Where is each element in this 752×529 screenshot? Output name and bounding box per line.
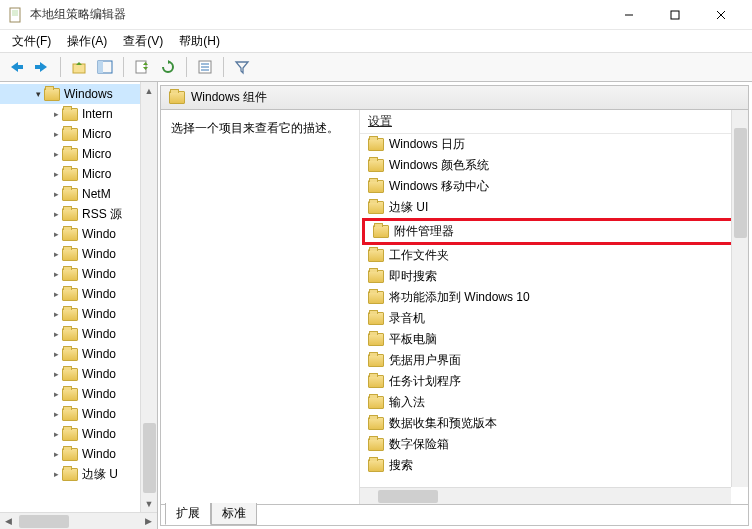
minimize-button[interactable] (606, 0, 652, 30)
settings-item[interactable]: 边缘 UI (360, 197, 748, 218)
settings-item[interactable]: 附件管理器 (369, 221, 741, 242)
folder-icon (368, 159, 384, 172)
settings-item[interactable]: 搜索 (360, 455, 748, 476)
folder-icon (368, 180, 384, 193)
folder-icon (373, 225, 389, 238)
tab-extended[interactable]: 扩展 (165, 503, 211, 525)
folder-icon (62, 268, 78, 281)
highlighted-item: 附件管理器 (362, 218, 744, 245)
refresh-button[interactable] (156, 56, 180, 78)
tree-item[interactable]: ▸Windo (0, 344, 157, 364)
tree-item[interactable]: ▸Windo (0, 384, 157, 404)
tree-item[interactable]: ▸Windo (0, 404, 157, 424)
tree-item[interactable]: ▸Intern (0, 104, 157, 124)
settings-horizontal-scrollbar[interactable] (360, 487, 731, 504)
svg-rect-10 (73, 64, 85, 73)
close-button[interactable] (698, 0, 744, 30)
settings-vertical-scrollbar[interactable] (731, 110, 748, 487)
settings-item[interactable]: 录音机 (360, 308, 748, 329)
title-bar: 本地组策略编辑器 (0, 0, 752, 30)
folder-icon (62, 328, 78, 341)
tab-standard[interactable]: 标准 (211, 503, 257, 525)
folder-icon (62, 388, 78, 401)
folder-icon (368, 459, 384, 472)
app-icon (8, 7, 24, 23)
tree-item[interactable]: ▸Micro (0, 124, 157, 144)
menu-bar: 文件(F) 操作(A) 查看(V) 帮助(H) (0, 30, 752, 52)
tree-item[interactable]: ▸Windo (0, 284, 157, 304)
settings-item[interactable]: 数据收集和预览版本 (360, 413, 748, 434)
tree-item[interactable]: ▸Micro (0, 164, 157, 184)
folder-icon (62, 248, 78, 261)
tree-vertical-scrollbar[interactable]: ▲ ▼ (140, 82, 157, 512)
tree-horizontal-scrollbar[interactable]: ◀ ▶ (0, 512, 157, 529)
folder-icon (62, 448, 78, 461)
folder-icon (368, 312, 384, 325)
forward-button[interactable] (30, 56, 54, 78)
settings-column-header[interactable]: 设置 (360, 110, 748, 134)
properties-button[interactable] (193, 56, 217, 78)
svg-rect-12 (98, 61, 103, 73)
tree-item[interactable]: ▸Windo (0, 244, 157, 264)
menu-view[interactable]: 查看(V) (115, 31, 171, 52)
settings-item[interactable]: 将功能添加到 Windows 10 (360, 287, 748, 308)
folder-icon (62, 288, 78, 301)
svg-rect-8 (17, 65, 23, 69)
menu-help[interactable]: 帮助(H) (171, 31, 228, 52)
folder-icon (368, 396, 384, 409)
tree-item[interactable]: ▸Windo (0, 304, 157, 324)
tree-item[interactable]: ▸Windo (0, 264, 157, 284)
description-column: 选择一个项目来查看它的描述。 (161, 110, 359, 504)
tree-item[interactable]: ▸Windo (0, 424, 157, 444)
menu-file[interactable]: 文件(F) (4, 31, 59, 52)
folder-icon (368, 333, 384, 346)
folder-icon (368, 201, 384, 214)
svg-rect-5 (671, 11, 679, 19)
settings-item[interactable]: 凭据用户界面 (360, 350, 748, 371)
show-hide-tree-button[interactable] (93, 56, 117, 78)
folder-icon (62, 308, 78, 321)
maximize-button[interactable] (652, 0, 698, 30)
content-header-title: Windows 组件 (191, 89, 267, 106)
folder-icon (169, 91, 185, 104)
tree-root[interactable]: ▾Windows (0, 84, 157, 104)
settings-item[interactable]: 平板电脑 (360, 329, 748, 350)
folder-icon (62, 128, 78, 141)
folder-icon (368, 375, 384, 388)
menu-action[interactable]: 操作(A) (59, 31, 115, 52)
tree-item[interactable]: ▸Windo (0, 224, 157, 244)
tree-item[interactable]: ▸Micro (0, 144, 157, 164)
description-text: 选择一个项目来查看它的描述。 (171, 121, 339, 135)
tree-item[interactable]: ▸RSS 源 (0, 204, 157, 224)
folder-icon (368, 417, 384, 430)
filter-button[interactable] (230, 56, 254, 78)
tree-item[interactable]: ▸NetM (0, 184, 157, 204)
settings-item[interactable]: 任务计划程序 (360, 371, 748, 392)
tree-item[interactable]: ▸Windo (0, 324, 157, 344)
back-button[interactable] (4, 56, 28, 78)
folder-icon (368, 438, 384, 451)
folder-icon (44, 88, 60, 101)
tree-item[interactable]: ▸Windo (0, 444, 157, 464)
settings-item[interactable]: Windows 移动中心 (360, 176, 748, 197)
settings-item[interactable]: Windows 颜色系统 (360, 155, 748, 176)
settings-column: 设置 Windows 日历Windows 颜色系统Windows 移动中心边缘 … (359, 110, 748, 504)
tabs-bar: 扩展 标准 (160, 504, 749, 526)
folder-icon (368, 249, 384, 262)
folder-icon (62, 168, 78, 181)
export-button[interactable] (130, 56, 154, 78)
folder-icon (62, 428, 78, 441)
folder-icon (368, 138, 384, 151)
tree-item[interactable]: ▸边缘 U (0, 464, 157, 484)
settings-item[interactable]: 即时搜索 (360, 266, 748, 287)
folder-icon (62, 468, 78, 481)
tree-item[interactable]: ▸Windo (0, 364, 157, 384)
folder-icon (62, 368, 78, 381)
settings-item[interactable]: Windows 日历 (360, 134, 748, 155)
settings-item[interactable]: 数字保险箱 (360, 434, 748, 455)
settings-item[interactable]: 工作文件夹 (360, 245, 748, 266)
svg-rect-9 (35, 65, 41, 69)
up-button[interactable] (67, 56, 91, 78)
settings-item[interactable]: 输入法 (360, 392, 748, 413)
folder-icon (368, 270, 384, 283)
